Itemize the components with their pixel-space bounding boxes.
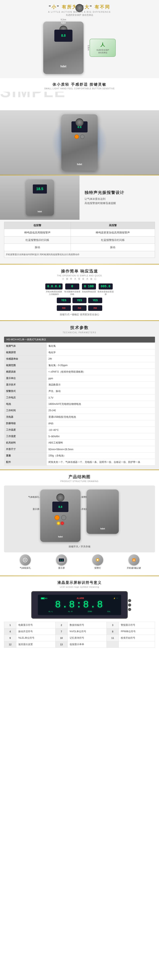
lcd-meaning-text: 返回退出设置	[16, 641, 55, 648]
lcd-meaning-num: 1	[4, 622, 16, 628]
tech-table-row: 电池1800mAH可充电锂合物锂电池	[4, 401, 155, 407]
lcd-cal: CAL	[107, 611, 110, 612]
lcd-meaning-text: %LEL单位符号	[16, 635, 55, 641]
page-wrapper: "小" 有所为 "大" 有不同 A LITTLE ACTION MAKES A …	[0, 0, 159, 652]
operation-title-zh: 操作简单 响应迅速	[4, 269, 155, 274]
card-text-line1: 先进的安全保护	[96, 49, 109, 51]
svg-text:8.8: 8.8	[60, 560, 63, 561]
alarm-text-col: 独特声光振报警设计 让气体浓度在达到 高低报警值时能够迅速提醒	[80, 175, 159, 220]
button-mode[interactable]	[80, 134, 85, 139]
tech-param-value: ppm	[46, 375, 155, 382]
lcd-side-btn-3[interactable]	[128, 608, 131, 611]
tech-param-key: 精度误差	[4, 369, 46, 375]
lcd-yes-3: YES	[88, 298, 102, 303]
feature-title-en: SMALL LIGHT HAND FEEL COMFORTABLE BUTTON…	[4, 88, 155, 90]
svg-point-5	[24, 559, 26, 561]
battery-icon	[41, 597, 45, 599]
tech-param-key: 防爆等级	[4, 420, 46, 427]
lcd-meaning-num: 12	[4, 641, 16, 648]
tech-param-key: 重量	[4, 453, 46, 459]
button-power[interactable]	[74, 134, 79, 139]
alarm-device-col: 18.5 hdet	[0, 175, 80, 220]
tech-param-value: 电化学	[46, 349, 155, 356]
tech-table-row: 充电器普通USB线缆/充电充电池	[4, 414, 155, 420]
operation-title-en: THE OPERATION IS SIMPLE AND QUICK	[4, 275, 155, 277]
tech-param-key: 检测范围	[4, 362, 46, 369]
hand-device: 8.8 hdet	[61, 114, 98, 171]
display-label-1: 开机动检显直观展入功能操作	[46, 290, 62, 296]
alarm-comparison-table: 低报警 高报警 蜂鸣器低高周期报警声 蜂鸣器更更加低高周期报警声 红蓝报警指示灯…	[4, 222, 155, 258]
tech-param-value: < ±5%F.S（校准待使用前满格测）	[46, 369, 155, 375]
lcd-meaning-text: %VOL单位符号	[68, 628, 107, 635]
tech-param-key: 机壳材料	[4, 440, 46, 446]
tech-table-row: 外形尺寸92mm×58mm×28.5mm	[4, 446, 155, 453]
tech-param-value: 声光、振动	[46, 388, 155, 395]
lcd-display-3: 0 100	[82, 283, 96, 290]
tech-title-zh: 技术参数	[4, 325, 155, 331]
alarm-table-row-4: 开机报警显示光和振动均同时提示 同时检测到高低报警优先次行高报警动作	[4, 251, 155, 258]
structure-buttons	[55, 515, 66, 520]
lcd-al-l: AL-L	[49, 611, 53, 612]
lcd-yes-1: YES	[57, 298, 71, 303]
detail-sensor: 气体检探孔	[8, 554, 42, 570]
size-annotation-w: 9.2cm	[61, 19, 66, 21]
tech-param-key: 工作电压	[4, 395, 46, 401]
device-screen: 8.8	[54, 30, 72, 42]
display-row-2: YES YES YES	[4, 298, 155, 303]
battery-fill	[41, 598, 44, 599]
structure-btn-gray	[61, 515, 66, 520]
alarm-row1-low: 蜂鸣器低高周期报警声	[4, 229, 71, 237]
lcd-side-btn-1[interactable]	[128, 599, 131, 602]
lcd-meaning-num: 11	[107, 635, 119, 641]
structure-sensor	[57, 493, 65, 501]
structure-title-en: PRODUCT STRUCTURE DRAWING	[4, 480, 155, 482]
tech-param-value: 普通USB线缆/充电充电池	[46, 414, 155, 420]
back-logo: hdet	[100, 527, 105, 530]
alarm-table-row-3: 振动 振动	[4, 244, 155, 251]
detail-alarm-label: 报警灯	[94, 566, 101, 570]
vibrate-icon: 〰	[116, 597, 118, 599]
battery-tip	[45, 598, 46, 599]
alarm-row4-note: 开机报警显示光和振动均同时提示 同时检测到高低报警优先次行高报警动作	[4, 251, 155, 258]
power-key-icon: ⏻	[131, 557, 137, 563]
alarm-table-row-2: 红蓝报警指示灯闪烁 红蓝报警指示灯闪烁	[4, 236, 155, 244]
tech-param-value: 3.7V	[46, 395, 155, 401]
card-content: 人 先进的安全保护 放在您身边	[96, 42, 109, 54]
display-icon: 8.8	[58, 558, 65, 562]
tech-params-table: 检测气体氯化氢检测原理电化学传感器寿命2年检测范围氯化氢：0-20ppm精度误差…	[4, 343, 155, 466]
hand-section-wrapper: SIMPLE 8.8 hdet	[0, 92, 159, 175]
lcd-side-btn-2[interactable]	[128, 603, 131, 607]
hand-device-logo: hdet	[77, 163, 82, 166]
tech-param-value: IP65	[46, 420, 155, 427]
tech-table-row: 检测气体氯化氢	[4, 343, 155, 349]
lcd-meaning-text: 电量显示符号	[16, 622, 55, 628]
tech-section: 技术参数 TECHNICAL PARAMETERS HG-MCH-HCL单一便携…	[0, 321, 159, 469]
tech-param-key: 显示单位	[4, 375, 46, 382]
feature-title-zh: 体小质轻 手感舒适 按键灵敏	[4, 82, 155, 87]
tech-param-value: 92mm×58mm×28.5mm	[46, 446, 155, 453]
operation-displays: 8.8.8.8 开机动检显直观展入功能操作 0 有充繁频作设备操作检 0 100…	[4, 283, 155, 316]
lcd-meaning-text: 低报显示单单	[68, 641, 107, 648]
lcd-meaning-row: 12返回退出设置13低报显示单单	[4, 641, 155, 648]
tech-param-value: 150g（含电池）	[46, 453, 155, 459]
structure-btn-orange	[55, 515, 60, 520]
lcd-meaning-num: 13	[55, 641, 68, 648]
tech-param-key: 显示技术	[4, 382, 46, 388]
icon-display: 8.8	[56, 554, 67, 565]
display-unit-3: 0 100 高低报警值设置	[82, 283, 96, 293]
lcd-s-indicator: S	[46, 597, 47, 599]
svg-text:⏻: ⏻	[133, 559, 135, 561]
display-unit-no-2: no	[72, 305, 87, 311]
tech-param-value: ABS工程塑料	[46, 440, 155, 446]
tech-param-key: 电池	[4, 401, 46, 407]
lcd-display-wrapper: S ALARM ⚡ 〰 8.8:8.8 AL-L AL-H	[4, 591, 155, 619]
structure-logo: hdet	[58, 535, 63, 542]
lcd-top-indicators: S ALARM ⚡ 〰	[41, 597, 118, 599]
lcd-meaning-text: 记忆查询符号	[68, 635, 107, 641]
lcd-main-digits: 8.8:8.8	[41, 600, 118, 610]
lcd-no-3: no	[88, 305, 102, 311]
struct-detail-row: 气体检探孔 8.8 显示屏 报警灯	[4, 552, 155, 571]
lcd-meaning-text: 警报显示符号	[119, 622, 155, 628]
indicator-light-2	[61, 522, 64, 525]
detail-sensor-label: 气体检探孔	[20, 566, 31, 570]
